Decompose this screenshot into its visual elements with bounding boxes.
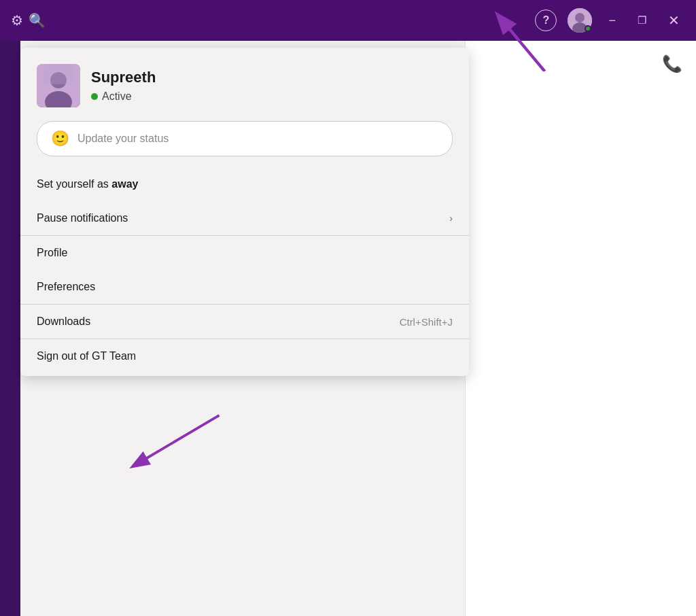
svg-line-10 [138, 415, 219, 463]
sidebar-left [0, 41, 20, 616]
profile-label: Profile [37, 247, 67, 259]
user-info: Supreeth Active [91, 69, 156, 103]
preferences-item[interactable]: Preferences [20, 270, 469, 304]
smiley-icon: 🙂 [51, 130, 69, 148]
restore-button[interactable]: ❐ [632, 12, 652, 29]
avatar-status-dot [585, 25, 591, 32]
title-bar-left: ⚙ 🔍 [11, 12, 46, 29]
user-name: Supreeth [91, 69, 156, 86]
phone-icon-area: 📞 [466, 41, 696, 87]
close-button[interactable]: ✕ [663, 10, 685, 31]
svg-rect-6 [44, 64, 73, 84]
user-status: Active [91, 90, 156, 103]
filter-icon[interactable]: ⚙ [11, 12, 23, 29]
status-placeholder: Update your status [77, 133, 169, 145]
set-away-item[interactable]: Set yourself as away [20, 170, 469, 201]
status-text: Active [102, 90, 132, 103]
phone-icon[interactable]: 📞 [662, 54, 682, 73]
sign-out-item[interactable]: Sign out of GT Team [20, 339, 469, 376]
menu-header: Supreeth Active [20, 48, 469, 121]
user-avatar-button[interactable] [568, 8, 592, 33]
help-button[interactable]: ? [535, 10, 557, 31]
set-away-bold: away [111, 178, 138, 190]
sign-out-label: Sign out of GT Team [37, 350, 136, 362]
set-away-prefix: Set yourself as [37, 178, 111, 190]
main-area: 📞 Supreeth Active [0, 41, 696, 616]
status-input[interactable]: 🙂 Update your status [37, 121, 453, 156]
minimize-button[interactable]: − [603, 11, 621, 31]
preferences-label: Preferences [37, 281, 95, 293]
profile-prefs-section: Profile Preferences [20, 236, 469, 304]
profile-item[interactable]: Profile [20, 236, 469, 270]
status-input-area: 🙂 Update your status [20, 121, 469, 170]
title-bar-right: ? − ❐ ✕ [535, 8, 685, 33]
chevron-right-icon: › [449, 213, 453, 224]
search-icon[interactable]: 🔍 [29, 12, 46, 29]
profile-dropdown: Supreeth Active 🙂 Update your status Set… [20, 48, 469, 376]
svg-point-1 [575, 13, 585, 22]
status-dot [91, 93, 98, 100]
user-large-avatar [37, 64, 80, 107]
arrow-to-preferences [68, 408, 238, 496]
title-bar: ⚙ 🔍 ? − ❐ ✕ [0, 0, 696, 41]
right-panel: 📞 [465, 41, 696, 616]
pause-notifications-label: Pause notifications [37, 212, 128, 224]
downloads-label: Downloads [37, 315, 90, 328]
downloads-item[interactable]: Downloads Ctrl+Shift+J [20, 305, 469, 339]
downloads-shortcut: Ctrl+Shift+J [400, 316, 453, 328]
pause-notifications-item[interactable]: Pause notifications › [20, 201, 469, 235]
